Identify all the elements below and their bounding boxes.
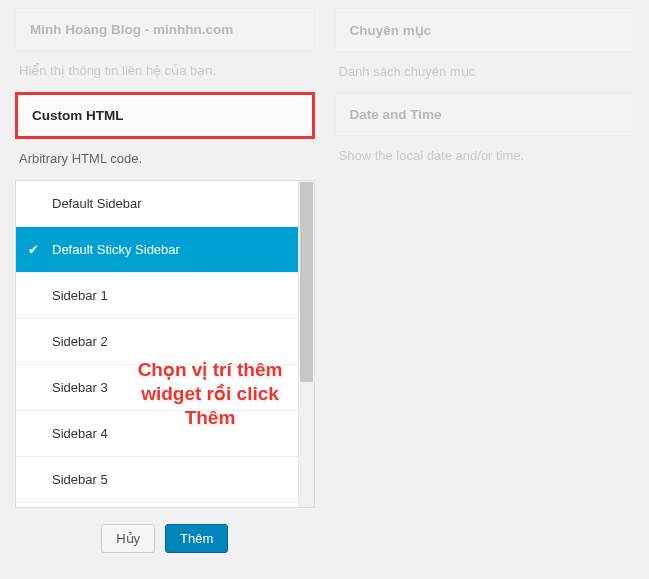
list-item[interactable]: Sidebar 2 [16,319,298,365]
list-item[interactable]: Sidebar 4 [16,411,298,457]
cancel-button[interactable]: Hủy [101,524,155,553]
action-row: Hủy Thêm [15,508,315,569]
widget-datetime-desc: Show the local date and/or time. [335,136,635,177]
prev-widget-title[interactable]: Minh Hoàng Blog - minhhn.com [15,8,315,51]
list-item[interactable]: Sidebar 5 [16,457,298,503]
widget-datetime-title[interactable]: Date and Time [335,93,635,136]
list-item[interactable]: Footer Column 1 [16,503,298,507]
widget-custom-html-desc: Arbitrary HTML code. [15,139,315,180]
list-item[interactable]: Default Sidebar [16,181,298,227]
widget-categories-title[interactable]: Chuyên mục [335,8,635,52]
widget-custom-html-title[interactable]: Custom HTML [15,92,315,139]
list-item[interactable]: Sidebar 1 [16,273,298,319]
list-item[interactable]: Sidebar 3 [16,365,298,411]
sidebar-location-list: Default SidebarDefault Sticky SidebarSid… [15,180,315,508]
add-button[interactable]: Thêm [165,524,228,553]
list-item[interactable]: Default Sticky Sidebar [16,227,298,273]
scrollbar[interactable] [298,181,314,507]
scrollbar-thumb[interactable] [300,182,313,382]
widget-categories-desc: Danh sách chuyên mục [335,52,635,93]
prev-widget-desc: Hiển thị thông tin liên hệ của bạn. [15,51,315,92]
